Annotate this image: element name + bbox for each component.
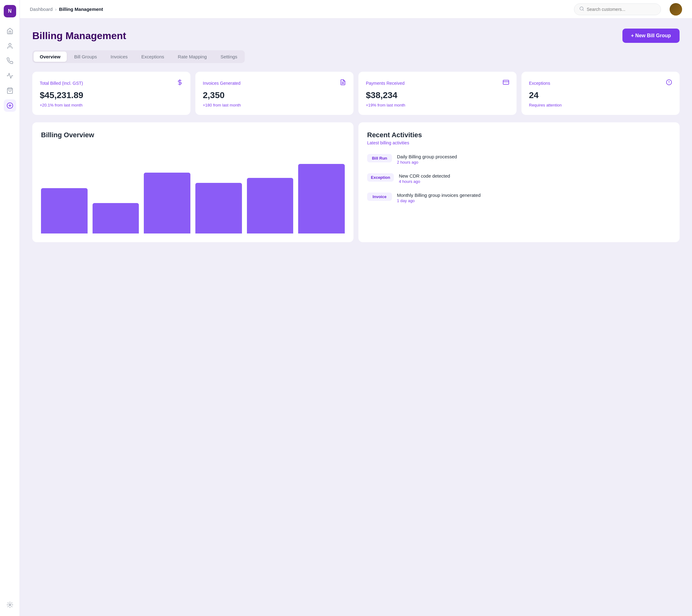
stat-payments-label: Payments Received — [366, 81, 405, 86]
credit-card-icon — [503, 79, 509, 87]
search-icon — [579, 6, 584, 13]
bar-chart — [41, 147, 345, 234]
stat-payments-received: Payments Received $38,234 +19% from last… — [359, 72, 517, 115]
chart-title: Billing Overview — [41, 131, 345, 139]
tab-exceptions[interactable]: Exceptions — [135, 51, 170, 62]
stat-total-billed-label: Total Billed (Incl. GST) — [40, 81, 83, 86]
svg-rect-11 — [503, 80, 509, 84]
stat-exceptions-change: Requires attention — [529, 103, 672, 107]
tab-overview[interactable]: Overview — [34, 51, 67, 62]
sidebar-item-billing[interactable] — [4, 100, 16, 112]
bar-6 — [298, 147, 345, 234]
tab-bill-groups[interactable]: Bill Groups — [68, 51, 103, 62]
breadcrumb-current: Billing Management — [59, 6, 103, 12]
billing-overview-card: Billing Overview — [32, 122, 353, 242]
avatar[interactable] — [670, 3, 682, 16]
activities-title: Recent Activities — [367, 131, 671, 139]
activity-time-3: 1 day ago — [397, 198, 480, 203]
stat-invoices-label: Invoices Generated — [203, 81, 240, 86]
page-header: Billing Management + New Bill Group — [32, 28, 679, 43]
stats-row: Total Billed (Incl. GST) $45,231.89 +20.… — [32, 72, 679, 115]
stat-payments-value: $38,234 — [366, 91, 509, 100]
sidebar-item-analytics[interactable] — [4, 69, 16, 82]
sidebar-item-home[interactable] — [4, 25, 16, 37]
svg-point-5 — [9, 604, 11, 606]
stat-payments-change: +19% from last month — [366, 103, 509, 107]
stat-invoices-change: +180 from last month — [203, 103, 346, 107]
sidebar-item-phone[interactable] — [4, 54, 16, 67]
tab-rate-mapping[interactable]: Rate Mapping — [171, 51, 213, 62]
tab-invoices[interactable]: Invoices — [104, 51, 134, 62]
main-wrapper: Dashboard › Billing Management Billing M… — [20, 0, 692, 616]
activity-time-1: 2 hours ago — [397, 160, 457, 164]
bottom-row: Billing Overview — [32, 122, 679, 242]
activity-item-3: Invoice Monthly Billing group invoices g… — [367, 193, 671, 203]
activity-item-1: Bill Run Daily Billing group processed 2… — [367, 154, 671, 164]
stat-invoices-generated: Invoices Generated 2,350 +180 from last … — [195, 72, 353, 115]
search-bar[interactable] — [574, 3, 661, 15]
breadcrumb-parent[interactable]: Dashboard — [30, 6, 52, 12]
tab-settings[interactable]: Settings — [214, 51, 243, 62]
bar-3 — [144, 147, 190, 234]
bar-5 — [247, 147, 294, 234]
stat-total-billed-value: $45,231.89 — [40, 91, 183, 100]
stat-exceptions-value: 24 — [529, 91, 672, 100]
bar-1 — [41, 147, 88, 234]
activity-desc-3: Monthly Billing group invoices generated — [397, 193, 480, 198]
breadcrumb: Dashboard › Billing Management — [30, 6, 103, 12]
topnav: Dashboard › Billing Management — [20, 0, 692, 19]
activity-content-2: New CDR code detected 4 hours ago — [399, 173, 450, 184]
activity-badge-exception: Exception — [367, 173, 394, 182]
svg-line-7 — [583, 9, 584, 10]
settings-icon[interactable] — [4, 599, 16, 611]
document-icon — [340, 79, 346, 87]
stat-total-billed-change: +20.1% from last month — [40, 103, 183, 107]
activity-time-2: 4 hours ago — [399, 179, 450, 184]
bar-2 — [92, 147, 139, 234]
stat-total-billed: Total Billed (Incl. GST) $45,231.89 +20.… — [32, 72, 190, 115]
stat-exceptions-label: Exceptions — [529, 81, 550, 86]
activity-desc-2: New CDR code detected — [399, 173, 450, 178]
sidebar-item-products[interactable] — [4, 85, 16, 97]
sidebar-item-users[interactable] — [4, 40, 16, 52]
activity-content-3: Monthly Billing group invoices generated… — [397, 193, 480, 203]
activity-badge-bill-run: Bill Run — [367, 154, 392, 162]
info-icon — [666, 79, 672, 87]
stat-invoices-value: 2,350 — [203, 91, 346, 100]
app-logo[interactable]: N — [4, 5, 16, 17]
activity-desc-1: Daily Billing group processed — [397, 154, 457, 159]
search-input[interactable] — [587, 7, 656, 12]
page-title: Billing Management — [32, 30, 126, 42]
activities-subtitle: Latest billing activities — [367, 140, 671, 145]
activity-item-2: Exception New CDR code detected 4 hours … — [367, 173, 671, 184]
activity-badge-invoice: Invoice — [367, 193, 392, 201]
svg-point-0 — [9, 43, 11, 46]
activities-card: Recent Activities Latest billing activit… — [359, 122, 679, 242]
bar-4 — [195, 147, 242, 234]
page-content: Billing Management + New Bill Group Over… — [20, 19, 692, 616]
dollar-icon — [177, 79, 183, 87]
stat-exceptions: Exceptions 24 Requires attention — [521, 72, 679, 115]
new-bill-group-button[interactable]: + New Bill Group — [622, 28, 679, 43]
activity-content-1: Daily Billing group processed 2 hours ag… — [397, 154, 457, 164]
sidebar: N — [0, 0, 20, 616]
tabs-nav: Overview Bill Groups Invoices Exceptions… — [32, 50, 245, 63]
breadcrumb-separator: › — [55, 7, 57, 12]
